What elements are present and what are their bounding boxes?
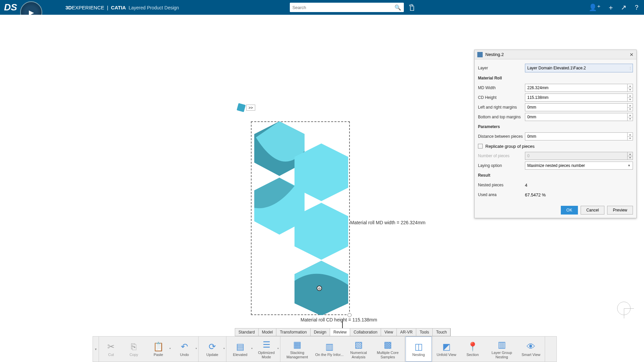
stacking-icon: ▦ [291, 339, 303, 350]
paste-button[interactable]: 📋Paste▾ [145, 337, 171, 362]
replicate-checkbox[interactable] [478, 144, 483, 148]
unfold-button[interactable]: ◩Unfold View [433, 337, 460, 362]
parameters-section: Parameters [478, 124, 525, 129]
toolbar-collapse-handle[interactable]: ▾ [93, 337, 99, 362]
dist-input[interactable]: 0mm▲▼ [525, 132, 633, 140]
piece-tag[interactable]: >> [237, 104, 255, 111]
cut-button[interactable]: ✂Cut [100, 337, 122, 362]
ribbon-toolbar: ▾ ✂Cut ⎘Copy 📋Paste▾ ↶Undo▾ ⟳Update▾ ▤El… [93, 336, 557, 362]
nested-pieces [251, 121, 350, 315]
dialog-titlebar[interactable]: Nesting.2 ✕ [475, 50, 636, 59]
numerical-button[interactable]: ▧Numerical Analysis [345, 337, 372, 362]
multicore-button[interactable]: ▩Multiple Core Samples [372, 337, 404, 362]
help-icon[interactable]: ？ [633, 3, 640, 12]
tab-arvr[interactable]: AR-VR [397, 328, 416, 336]
ribbon-tabs: Standard Model Transformation Design Rev… [235, 328, 451, 336]
num-pieces-label: Number of pieces [478, 154, 525, 158]
bt-margins-input[interactable]: 0mm▲▼ [525, 113, 633, 121]
cancel-button[interactable]: Cancel [581, 206, 604, 215]
close-icon[interactable]: ✕ [630, 52, 634, 57]
title-block: 3DEXPERIENCE | CATIA Layered Product Des… [65, 5, 179, 10]
stack-icon: ☰ [261, 339, 272, 350]
tab-view[interactable]: View [381, 328, 397, 336]
scissors-icon: ✂ [105, 341, 117, 352]
grid-icon: ▩ [382, 339, 393, 350]
search-icon[interactable]: 🔍 [394, 4, 401, 11]
tab-tools[interactable]: Tools [416, 328, 433, 336]
dialog-icon [477, 52, 483, 57]
dimension-handle[interactable] [347, 313, 352, 317]
replicate-label: Replicate group of pieces [485, 144, 535, 149]
tab-review[interactable]: Review [330, 328, 350, 336]
elevated-button[interactable]: ▤Elevated▾ [227, 337, 253, 362]
layer-select[interactable]: Layer Domain Elevated.1\Face.2⋮ [525, 64, 633, 72]
onfly-button[interactable]: ▥On the Fly Infor... [313, 337, 345, 362]
ds-logo-icon: DS [4, 2, 17, 13]
eye-icon: 👁 [525, 341, 537, 352]
tag-icon[interactable]: 🏷 [407, 4, 416, 11]
used-area-value: 67.5472 % [525, 192, 633, 197]
search-box[interactable]: 🔍 [290, 3, 404, 12]
tab-design[interactable]: Design [311, 328, 330, 336]
plus-icon[interactable]: ＋ [607, 3, 614, 12]
md-width-input[interactable]: 226.324mm▲▼ [525, 84, 633, 92]
tab-transformation[interactable]: Transformation [276, 328, 310, 336]
annotation-cd-height: Material roll CD height = 115.138mm [301, 317, 377, 322]
app-header: DS V.R 3DEXPERIENCE | CATIA Layered Prod… [0, 0, 644, 15]
product-name: CATIA [111, 5, 126, 10]
dist-label: Distance between pieces [478, 134, 525, 139]
tab-touch[interactable]: Touch [433, 328, 450, 336]
update-button[interactable]: ⟳Update▾ [199, 337, 225, 362]
cd-height-input[interactable]: 115.138mm▲▼ [525, 94, 633, 102]
laying-label: Laying option [478, 163, 525, 168]
search-input[interactable] [292, 5, 394, 10]
stacking-button[interactable]: ▦Stacking Management [281, 337, 313, 362]
axis-gizmo[interactable] [614, 298, 634, 318]
piece-thumb-icon [237, 103, 246, 112]
tab-model[interactable]: Model [259, 328, 277, 336]
result-section: Result [478, 173, 525, 178]
header-right: 👤⁺ ＋ ↗ ？ [589, 3, 640, 12]
brand-text: 3DEXPERIENCE [65, 5, 104, 10]
bt-margins-label: Bottom and top margins [478, 115, 525, 119]
user-icon[interactable]: 👤⁺ [589, 3, 601, 11]
share-icon[interactable]: ↗ [621, 3, 627, 11]
laying-dropdown[interactable]: Maximize nested pieces number [525, 162, 633, 170]
layergroup-icon: ▥ [496, 339, 507, 350]
undo-button[interactable]: ↶Undo▾ [171, 337, 198, 362]
optimized-button[interactable]: ☰Optimized Mode▾ [253, 337, 279, 362]
nesting-icon: ◫ [413, 341, 424, 352]
clipboard-icon: 📋 [153, 341, 164, 352]
nesting-dialog: Nesting.2 ✕ Layer Layer Domain Elevated.… [474, 50, 637, 218]
section-icon: 📍 [467, 341, 478, 352]
preview-button[interactable]: Preview [607, 206, 633, 215]
piece-expand-button[interactable]: >> [246, 105, 255, 111]
num-pieces-input: 0▲▼ [525, 152, 633, 160]
copy-icon: ⎘ [128, 341, 140, 352]
section-button[interactable]: 📍Section [460, 337, 486, 362]
analysis-icon: ▧ [353, 339, 364, 350]
copy-button[interactable]: ⎘Copy [122, 337, 145, 362]
tab-standard[interactable]: Standard [235, 328, 259, 336]
lr-margins-input[interactable]: 0mm▲▼ [525, 103, 633, 111]
info-icon: ▥ [324, 341, 335, 352]
refresh-icon: ⟳ [207, 341, 218, 352]
nesting-button[interactable]: ◫Nesting [406, 337, 432, 362]
layer-label: Layer [478, 66, 525, 70]
nested-pieces-label: Nested pieces [478, 183, 525, 187]
material-roll-section: Material Roll [478, 76, 525, 80]
layers-icon: ▤ [234, 341, 246, 352]
used-area-label: Used area [478, 192, 525, 197]
tab-collaboration[interactable]: Collaboration [350, 328, 381, 336]
smartview-button[interactable]: 👁Smart View [518, 337, 544, 362]
undo-icon: ↶ [179, 341, 190, 352]
nested-pieces-value: 4 [525, 183, 633, 188]
app-name: Layered Product Design [128, 5, 179, 10]
layergroup-button[interactable]: ▥Layer Group Nesting [486, 337, 518, 362]
dialog-title-text: Nesting.2 [485, 52, 504, 57]
divider: | [107, 5, 108, 10]
ok-button[interactable]: OK [561, 206, 578, 215]
cd-height-label: CD Height [478, 95, 525, 100]
annotation-md-width: Material roll MD width = 226.324mm [350, 220, 425, 225]
unfold-icon: ◩ [441, 341, 452, 352]
